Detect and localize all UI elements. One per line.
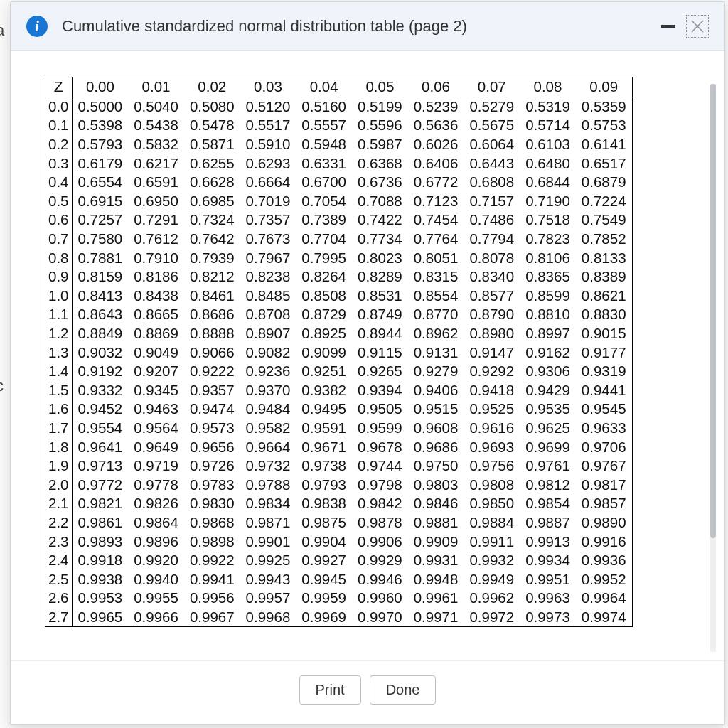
table-cell: 0.7852 [576,230,632,249]
table-cell: 0.9525 [464,400,520,419]
minimize-button[interactable] [659,17,678,36]
table-cell: 0.7157 [464,192,520,211]
table-cell: 0.9564 [128,419,184,438]
table-cell: 0.9898 [184,532,240,551]
table-cell: 0.6915 [72,192,128,211]
row-z-value: 1.6 [46,400,73,419]
table-cell: 0.9732 [240,456,296,476]
table-cell: 0.9955 [128,589,184,608]
table-cell: 0.9554 [72,419,128,438]
table-row: 1.30.90320.90490.90660.90820.90990.91150… [46,343,633,362]
table-cell: 0.7123 [408,192,464,211]
table-cell: 0.7642 [184,230,240,249]
table-cell: 0.7967 [240,248,296,267]
table-cell: 0.7257 [72,210,128,230]
table-cell: 0.9222 [184,362,240,381]
table-cell: 0.9959 [296,589,352,608]
table-cell: 0.5319 [520,97,576,116]
table-cell: 0.9957 [240,589,296,608]
table-cell: 0.9965 [72,608,128,627]
table-cell: 0.5517 [240,116,296,135]
table-cell: 0.7734 [352,230,408,249]
table-cell: 0.5199 [352,97,408,116]
table-cell: 0.8621 [576,287,632,306]
table-cell: 0.8599 [520,287,576,306]
row-z-value: 1.7 [46,419,73,438]
table-cell: 0.9545 [576,400,632,419]
table-cell: 0.7764 [408,230,464,249]
table-cell: 0.8729 [296,305,352,324]
table-cell: 0.9896 [128,532,184,551]
table-cell: 0.9881 [408,513,464,532]
table-cell: 0.8485 [240,287,296,306]
table-cell: 0.9418 [464,381,520,400]
table-cell: 0.5239 [408,97,464,116]
table-cell: 0.9474 [184,400,240,419]
info-glyph: i [35,18,39,35]
table-cell: 0.9788 [240,475,296,494]
table-header-row: Z0.000.010.020.030.040.050.060.070.080.0… [46,77,633,97]
table-cell: 0.9861 [72,513,128,532]
table-cell: 0.9251 [296,362,352,381]
table-cell: 0.6141 [576,135,632,154]
table-cell: 0.9394 [352,381,408,400]
scrollbar-track[interactable] [710,84,716,652]
done-button[interactable]: Done [370,675,437,705]
row-z-value: 1.8 [46,437,73,456]
table-cell: 0.9332 [72,381,128,400]
table-cell: 0.9967 [184,608,240,627]
table-cell: 0.8389 [576,267,632,287]
table-cell: 0.6064 [464,135,520,154]
z-corner-header: Z [46,77,73,97]
table-cell: 0.5120 [240,97,296,116]
table-cell: 0.9656 [184,437,240,456]
dialog-body: Z0.000.010.020.030.040.050.060.070.080.0… [11,51,724,660]
table-cell: 0.9878 [352,513,408,532]
table-cell: 0.9767 [576,456,632,476]
table-cell: 0.7224 [576,192,632,211]
table-cell: 0.8944 [352,324,408,343]
table-cell: 0.9953 [72,589,128,608]
table-cell: 0.9909 [408,532,464,551]
table-cell: 0.7995 [296,248,352,267]
table-cell: 0.9066 [184,343,240,362]
table-cell: 0.9920 [128,551,184,570]
scrollbar-thumb[interactable] [710,84,716,538]
table-cell: 0.9099 [296,343,352,362]
table-cell: 0.6368 [352,154,408,173]
table-cell: 0.9846 [408,494,464,513]
table-cell: 0.6406 [408,154,464,173]
table-cell: 0.8749 [352,305,408,324]
close-button[interactable] [686,15,709,38]
table-cell: 0.9887 [520,513,576,532]
table-row: 1.00.84130.84380.84610.84850.85080.85310… [46,287,633,306]
table-viewport[interactable]: Z0.000.010.020.030.040.050.060.070.080.0… [45,77,699,660]
table-cell: 0.9713 [72,456,128,476]
table-cell: 0.9292 [464,362,520,381]
table-cell: 0.9871 [240,513,296,532]
table-cell: 0.8810 [520,305,576,324]
bg-fragment: a [0,21,4,40]
table-cell: 0.9693 [464,437,520,456]
table-cell: 0.9949 [464,569,520,589]
table-cell: 0.9936 [576,551,632,570]
table-cell: 0.8665 [128,305,184,324]
table-cell: 0.6591 [128,173,184,192]
table-row: 0.70.75800.76120.76420.76730.77040.77340… [46,230,633,249]
table-cell: 0.9838 [296,494,352,513]
table-cell: 0.6879 [576,173,632,192]
table-cell: 0.9671 [296,437,352,456]
table-cell: 0.9207 [128,362,184,381]
table-cell: 0.9750 [408,456,464,476]
table-cell: 0.5398 [72,116,128,135]
table-cell: 0.5948 [296,135,352,154]
table-cell: 0.9744 [352,456,408,476]
table-cell: 0.9265 [352,362,408,381]
print-button[interactable]: Print [299,675,361,705]
table-cell: 0.8289 [352,267,408,287]
table-cell: 0.8051 [408,248,464,267]
table-cell: 0.7794 [464,230,520,249]
table-cell: 0.7823 [520,230,576,249]
row-z-value: 2.6 [46,589,73,608]
table-cell: 0.9599 [352,419,408,438]
